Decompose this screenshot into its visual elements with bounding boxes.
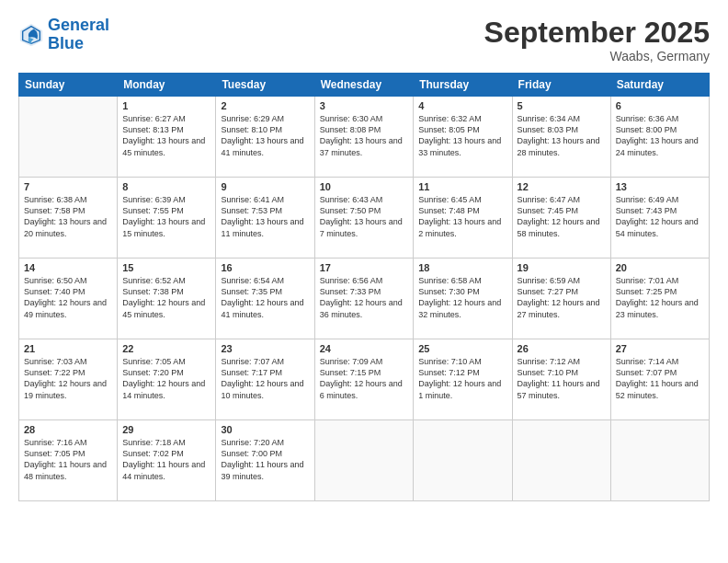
- calendar-cell: 28Sunrise: 7:16 AM Sunset: 7:05 PM Dayli…: [19, 420, 118, 501]
- header-row: Sunday Monday Tuesday Wednesday Thursday…: [19, 74, 710, 97]
- day-number: 8: [122, 181, 210, 192]
- day-number: 14: [24, 262, 112, 273]
- day-number: 25: [418, 343, 506, 354]
- month-title: September 2025: [484, 17, 710, 49]
- logo-text: General Blue: [48, 17, 109, 53]
- calendar-cell: 23Sunrise: 7:07 AM Sunset: 7:17 PM Dayli…: [216, 339, 314, 420]
- calendar-cell: 21Sunrise: 7:03 AM Sunset: 7:22 PM Dayli…: [19, 339, 118, 420]
- calendar-cell: 22Sunrise: 7:05 AM Sunset: 7:20 PM Dayli…: [118, 339, 216, 420]
- cell-info: Sunrise: 7:09 AM Sunset: 7:15 PM Dayligh…: [320, 356, 409, 401]
- day-number: 24: [320, 343, 409, 354]
- day-number: 3: [320, 100, 409, 111]
- cell-info: Sunrise: 7:10 AM Sunset: 7:12 PM Dayligh…: [418, 356, 506, 401]
- cell-info: Sunrise: 6:29 AM Sunset: 8:10 PM Dayligh…: [221, 113, 309, 158]
- cell-info: Sunrise: 7:07 AM Sunset: 7:17 PM Dayligh…: [221, 356, 309, 401]
- header: General Blue September 2025 Waabs, Germa…: [18, 17, 710, 63]
- calendar-cell: 27Sunrise: 7:14 AM Sunset: 7:07 PM Dayli…: [610, 339, 709, 420]
- col-wednesday: Wednesday: [314, 74, 414, 97]
- calendar-cell: 8Sunrise: 6:39 AM Sunset: 7:55 PM Daylig…: [118, 178, 216, 259]
- cell-info: Sunrise: 7:18 AM Sunset: 7:02 PM Dayligh…: [122, 437, 210, 482]
- day-number: 30: [221, 424, 309, 435]
- calendar-cell: 5Sunrise: 6:34 AM Sunset: 8:03 PM Daylig…: [512, 97, 610, 178]
- col-friday: Friday: [512, 74, 610, 97]
- day-number: 6: [616, 100, 704, 111]
- cell-info: Sunrise: 6:54 AM Sunset: 7:35 PM Dayligh…: [221, 275, 309, 320]
- calendar-cell: 12Sunrise: 6:47 AM Sunset: 7:45 PM Dayli…: [512, 178, 610, 259]
- calendar-cell: [512, 420, 610, 501]
- day-number: 18: [418, 262, 506, 273]
- cell-info: Sunrise: 6:38 AM Sunset: 7:58 PM Dayligh…: [24, 194, 112, 239]
- day-number: 20: [616, 262, 704, 273]
- title-block: September 2025 Waabs, Germany: [484, 17, 710, 63]
- calendar-cell: 14Sunrise: 6:50 AM Sunset: 7:40 PM Dayli…: [19, 259, 118, 339]
- calendar-cell: 2Sunrise: 6:29 AM Sunset: 8:10 PM Daylig…: [216, 97, 314, 178]
- calendar-cell: 18Sunrise: 6:58 AM Sunset: 7:30 PM Dayli…: [414, 259, 512, 339]
- col-sunday: Sunday: [19, 74, 118, 97]
- cell-info: Sunrise: 6:50 AM Sunset: 7:40 PM Dayligh…: [24, 275, 112, 320]
- calendar-cell: 6Sunrise: 6:36 AM Sunset: 8:00 PM Daylig…: [610, 97, 709, 178]
- cell-info: Sunrise: 6:56 AM Sunset: 7:33 PM Dayligh…: [320, 275, 409, 320]
- cell-info: Sunrise: 6:30 AM Sunset: 8:08 PM Dayligh…: [320, 113, 409, 158]
- cell-info: Sunrise: 6:52 AM Sunset: 7:38 PM Dayligh…: [122, 275, 210, 320]
- day-number: 11: [418, 181, 506, 192]
- calendar-cell: 3Sunrise: 6:30 AM Sunset: 8:08 PM Daylig…: [314, 97, 414, 178]
- day-number: 12: [518, 181, 606, 192]
- logo: General Blue: [18, 17, 109, 53]
- cell-info: Sunrise: 6:34 AM Sunset: 8:03 PM Dayligh…: [518, 113, 606, 158]
- day-number: 15: [122, 262, 210, 273]
- day-number: 19: [518, 262, 606, 273]
- cell-info: Sunrise: 6:59 AM Sunset: 7:27 PM Dayligh…: [518, 275, 606, 320]
- day-number: 13: [616, 181, 704, 192]
- cell-info: Sunrise: 7:01 AM Sunset: 7:25 PM Dayligh…: [616, 275, 704, 320]
- calendar-cell: 17Sunrise: 6:56 AM Sunset: 7:33 PM Dayli…: [314, 259, 414, 339]
- col-monday: Monday: [118, 74, 216, 97]
- cell-info: Sunrise: 7:03 AM Sunset: 7:22 PM Dayligh…: [24, 356, 112, 401]
- cell-info: Sunrise: 7:16 AM Sunset: 7:05 PM Dayligh…: [24, 437, 112, 482]
- logo-icon: [18, 22, 44, 48]
- logo-line2: Blue: [48, 34, 84, 52]
- col-saturday: Saturday: [610, 74, 709, 97]
- day-number: 16: [221, 262, 309, 273]
- calendar-cell: 29Sunrise: 7:18 AM Sunset: 7:02 PM Dayli…: [118, 420, 216, 501]
- day-number: 28: [24, 424, 112, 435]
- day-number: 23: [221, 343, 309, 354]
- calendar-cell: 9Sunrise: 6:41 AM Sunset: 7:53 PM Daylig…: [216, 178, 314, 259]
- calendar-cell: 20Sunrise: 7:01 AM Sunset: 7:25 PM Dayli…: [610, 259, 709, 339]
- calendar-cell: [610, 420, 709, 501]
- calendar-cell: 25Sunrise: 7:10 AM Sunset: 7:12 PM Dayli…: [414, 339, 512, 420]
- day-number: 4: [418, 100, 506, 111]
- day-number: 2: [221, 100, 309, 111]
- cell-info: Sunrise: 6:45 AM Sunset: 7:48 PM Dayligh…: [418, 194, 506, 239]
- calendar-cell: 1Sunrise: 6:27 AM Sunset: 8:13 PM Daylig…: [118, 97, 216, 178]
- page: General Blue September 2025 Waabs, Germa…: [0, 0, 728, 563]
- week-row-0: 1Sunrise: 6:27 AM Sunset: 8:13 PM Daylig…: [19, 97, 710, 178]
- calendar-cell: 15Sunrise: 6:52 AM Sunset: 7:38 PM Dayli…: [118, 259, 216, 339]
- cell-info: Sunrise: 6:43 AM Sunset: 7:50 PM Dayligh…: [320, 194, 409, 239]
- calendar: Sunday Monday Tuesday Wednesday Thursday…: [18, 73, 710, 501]
- cell-info: Sunrise: 6:27 AM Sunset: 8:13 PM Dayligh…: [122, 113, 210, 158]
- cell-info: Sunrise: 6:58 AM Sunset: 7:30 PM Dayligh…: [418, 275, 506, 320]
- day-number: 5: [518, 100, 606, 111]
- col-thursday: Thursday: [414, 74, 512, 97]
- calendar-cell: 13Sunrise: 6:49 AM Sunset: 7:43 PM Dayli…: [610, 178, 709, 259]
- calendar-cell: 16Sunrise: 6:54 AM Sunset: 7:35 PM Dayli…: [216, 259, 314, 339]
- cell-info: Sunrise: 6:41 AM Sunset: 7:53 PM Dayligh…: [221, 194, 309, 239]
- location: Waabs, Germany: [484, 49, 710, 63]
- day-number: 1: [122, 100, 210, 111]
- calendar-cell: [414, 420, 512, 501]
- calendar-cell: 7Sunrise: 6:38 AM Sunset: 7:58 PM Daylig…: [19, 178, 118, 259]
- day-number: 17: [320, 262, 409, 273]
- calendar-cell: 26Sunrise: 7:12 AM Sunset: 7:10 PM Dayli…: [512, 339, 610, 420]
- calendar-cell: 19Sunrise: 6:59 AM Sunset: 7:27 PM Dayli…: [512, 259, 610, 339]
- calendar-cell: 24Sunrise: 7:09 AM Sunset: 7:15 PM Dayli…: [314, 339, 414, 420]
- logo-line1: General: [48, 16, 109, 34]
- day-number: 26: [518, 343, 606, 354]
- col-tuesday: Tuesday: [216, 74, 314, 97]
- calendar-cell: 11Sunrise: 6:45 AM Sunset: 7:48 PM Dayli…: [414, 178, 512, 259]
- day-number: 7: [24, 181, 112, 192]
- calendar-cell: 10Sunrise: 6:43 AM Sunset: 7:50 PM Dayli…: [314, 178, 414, 259]
- week-row-1: 7Sunrise: 6:38 AM Sunset: 7:58 PM Daylig…: [19, 178, 710, 259]
- calendar-cell: 30Sunrise: 7:20 AM Sunset: 7:00 PM Dayli…: [216, 420, 314, 501]
- week-row-4: 28Sunrise: 7:16 AM Sunset: 7:05 PM Dayli…: [19, 420, 710, 501]
- cell-info: Sunrise: 7:05 AM Sunset: 7:20 PM Dayligh…: [122, 356, 210, 401]
